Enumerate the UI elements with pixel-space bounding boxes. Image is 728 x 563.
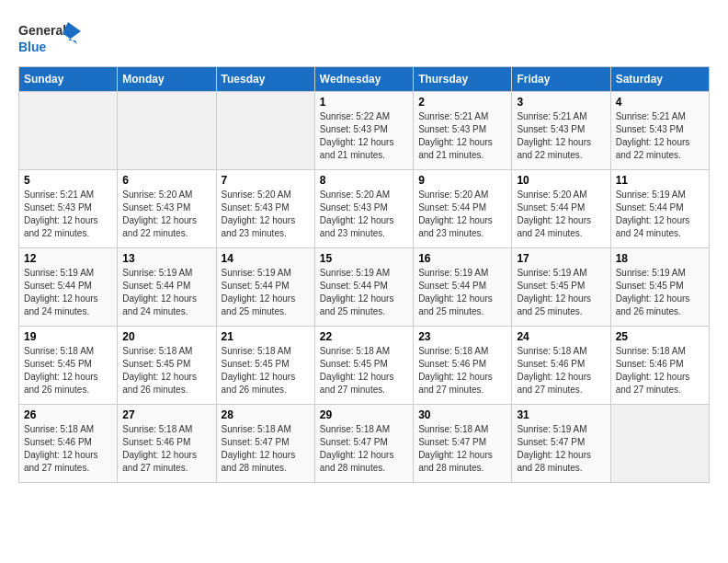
calendar-cell: 8Sunrise: 5:20 AM Sunset: 5:43 PM Daylig…	[314, 170, 413, 248]
header-cell-wednesday: Wednesday	[314, 67, 413, 92]
calendar-cell	[19, 92, 118, 170]
calendar-cell: 2Sunrise: 5:21 AM Sunset: 5:43 PM Daylig…	[414, 92, 512, 170]
day-number: 23	[418, 330, 506, 343]
calendar-cell: 19Sunrise: 5:18 AM Sunset: 5:45 PM Dayli…	[19, 327, 118, 405]
day-info: Sunrise: 5:22 AM Sunset: 5:43 PM Dayligh…	[320, 110, 408, 162]
calendar-cell: 12Sunrise: 5:19 AM Sunset: 5:44 PM Dayli…	[19, 248, 118, 327]
calendar-cell: 21Sunrise: 5:18 AM Sunset: 5:45 PM Dayli…	[216, 327, 314, 405]
day-info: Sunrise: 5:20 AM Sunset: 5:43 PM Dayligh…	[222, 189, 310, 240]
calendar-cell: 17Sunrise: 5:19 AM Sunset: 5:45 PM Dayli…	[512, 248, 610, 327]
day-number: 7	[222, 174, 310, 187]
calendar-cell	[216, 92, 314, 170]
day-number: 26	[24, 408, 112, 421]
calendar-body: 1Sunrise: 5:22 AM Sunset: 5:43 PM Daylig…	[19, 92, 710, 483]
day-number: 3	[517, 96, 605, 109]
day-info: Sunrise: 5:20 AM Sunset: 5:44 PM Dayligh…	[418, 189, 506, 240]
calendar-cell: 20Sunrise: 5:18 AM Sunset: 5:45 PM Dayli…	[118, 327, 216, 405]
day-info: Sunrise: 5:21 AM Sunset: 5:43 PM Dayligh…	[418, 110, 506, 162]
day-number: 16	[418, 252, 506, 265]
day-info: Sunrise: 5:19 AM Sunset: 5:45 PM Dayligh…	[517, 267, 605, 318]
day-info: Sunrise: 5:21 AM Sunset: 5:43 PM Dayligh…	[517, 110, 605, 162]
calendar-cell: 1Sunrise: 5:22 AM Sunset: 5:43 PM Daylig…	[314, 92, 413, 170]
calendar-cell: 31Sunrise: 5:19 AM Sunset: 5:47 PM Dayli…	[512, 405, 610, 483]
day-info: Sunrise: 5:20 AM Sunset: 5:44 PM Dayligh…	[517, 189, 605, 240]
calendar-cell: 27Sunrise: 5:18 AM Sunset: 5:46 PM Dayli…	[118, 405, 216, 483]
day-number: 9	[418, 174, 506, 187]
day-number: 1	[320, 96, 408, 109]
day-info: Sunrise: 5:18 AM Sunset: 5:46 PM Dayligh…	[122, 423, 210, 475]
day-info: Sunrise: 5:18 AM Sunset: 5:45 PM Dayligh…	[122, 345, 210, 396]
day-number: 29	[320, 408, 408, 421]
calendar-cell: 30Sunrise: 5:18 AM Sunset: 5:47 PM Dayli…	[414, 405, 512, 483]
day-info: Sunrise: 5:18 AM Sunset: 5:47 PM Dayligh…	[320, 423, 408, 475]
day-info: Sunrise: 5:18 AM Sunset: 5:46 PM Dayligh…	[418, 345, 506, 396]
day-info: Sunrise: 5:19 AM Sunset: 5:47 PM Dayligh…	[517, 423, 605, 475]
day-number: 17	[517, 252, 605, 265]
calendar-cell: 25Sunrise: 5:18 AM Sunset: 5:46 PM Dayli…	[610, 327, 709, 405]
day-number: 25	[616, 330, 704, 343]
day-info: Sunrise: 5:19 AM Sunset: 5:44 PM Dayligh…	[418, 267, 506, 318]
header-cell-saturday: Saturday	[610, 67, 709, 92]
day-number: 20	[122, 330, 210, 343]
day-number: 5	[24, 174, 112, 187]
page-header: General Blue	[18, 18, 710, 57]
calendar-cell: 14Sunrise: 5:19 AM Sunset: 5:44 PM Dayli…	[216, 248, 314, 327]
calendar-week-1: 1Sunrise: 5:22 AM Sunset: 5:43 PM Daylig…	[19, 92, 710, 170]
calendar-cell: 4Sunrise: 5:21 AM Sunset: 5:43 PM Daylig…	[610, 92, 709, 170]
logo-svg: General Blue	[18, 18, 83, 57]
day-info: Sunrise: 5:18 AM Sunset: 5:46 PM Dayligh…	[517, 345, 605, 396]
calendar-cell: 26Sunrise: 5:18 AM Sunset: 5:46 PM Dayli…	[19, 405, 118, 483]
day-number: 30	[418, 408, 506, 421]
day-info: Sunrise: 5:18 AM Sunset: 5:47 PM Dayligh…	[222, 423, 310, 475]
day-number: 4	[616, 96, 704, 109]
calendar-cell: 11Sunrise: 5:19 AM Sunset: 5:44 PM Dayli…	[610, 170, 709, 248]
day-number: 28	[222, 408, 310, 421]
day-number: 18	[616, 252, 704, 265]
day-info: Sunrise: 5:19 AM Sunset: 5:44 PM Dayligh…	[122, 267, 210, 318]
day-number: 19	[24, 330, 112, 343]
day-info: Sunrise: 5:19 AM Sunset: 5:44 PM Dayligh…	[24, 267, 112, 318]
header-cell-thursday: Thursday	[414, 67, 512, 92]
header-cell-sunday: Sunday	[19, 67, 118, 92]
day-info: Sunrise: 5:20 AM Sunset: 5:43 PM Dayligh…	[320, 189, 408, 240]
day-info: Sunrise: 5:19 AM Sunset: 5:45 PM Dayligh…	[616, 267, 704, 318]
day-number: 14	[222, 252, 310, 265]
day-info: Sunrise: 5:19 AM Sunset: 5:44 PM Dayligh…	[320, 267, 408, 318]
day-number: 11	[616, 174, 704, 187]
calendar-table: SundayMondayTuesdayWednesdayThursdayFrid…	[18, 66, 710, 483]
svg-text:General: General	[18, 23, 66, 38]
calendar-cell: 15Sunrise: 5:19 AM Sunset: 5:44 PM Dayli…	[314, 248, 413, 327]
calendar-cell: 9Sunrise: 5:20 AM Sunset: 5:44 PM Daylig…	[414, 170, 512, 248]
calendar-week-5: 26Sunrise: 5:18 AM Sunset: 5:46 PM Dayli…	[19, 405, 710, 483]
day-number: 10	[517, 174, 605, 187]
day-number: 21	[222, 330, 310, 343]
calendar-cell: 22Sunrise: 5:18 AM Sunset: 5:45 PM Dayli…	[314, 327, 413, 405]
day-number: 13	[122, 252, 210, 265]
day-number: 27	[122, 408, 210, 421]
day-number: 24	[517, 330, 605, 343]
day-number: 31	[517, 408, 605, 421]
day-info: Sunrise: 5:19 AM Sunset: 5:44 PM Dayligh…	[222, 267, 310, 318]
day-info: Sunrise: 5:18 AM Sunset: 5:45 PM Dayligh…	[320, 345, 408, 396]
day-number: 8	[320, 174, 408, 187]
calendar-cell: 3Sunrise: 5:21 AM Sunset: 5:43 PM Daylig…	[512, 92, 610, 170]
calendar-cell: 18Sunrise: 5:19 AM Sunset: 5:45 PM Dayli…	[610, 248, 709, 327]
day-number: 15	[320, 252, 408, 265]
calendar-week-4: 19Sunrise: 5:18 AM Sunset: 5:45 PM Dayli…	[19, 327, 710, 405]
day-info: Sunrise: 5:18 AM Sunset: 5:46 PM Dayligh…	[616, 345, 704, 396]
calendar-cell: 16Sunrise: 5:19 AM Sunset: 5:44 PM Dayli…	[414, 248, 512, 327]
day-number: 22	[320, 330, 408, 343]
header-cell-friday: Friday	[512, 67, 610, 92]
calendar-cell: 24Sunrise: 5:18 AM Sunset: 5:46 PM Dayli…	[512, 327, 610, 405]
calendar-cell: 23Sunrise: 5:18 AM Sunset: 5:46 PM Dayli…	[414, 327, 512, 405]
calendar-cell: 6Sunrise: 5:20 AM Sunset: 5:43 PM Daylig…	[118, 170, 216, 248]
calendar-cell: 7Sunrise: 5:20 AM Sunset: 5:43 PM Daylig…	[216, 170, 314, 248]
day-number: 2	[418, 96, 506, 109]
day-number: 12	[24, 252, 112, 265]
day-info: Sunrise: 5:19 AM Sunset: 5:44 PM Dayligh…	[616, 189, 704, 240]
calendar-cell: 5Sunrise: 5:21 AM Sunset: 5:43 PM Daylig…	[19, 170, 118, 248]
logo: General Blue	[18, 18, 83, 57]
calendar-week-2: 5Sunrise: 5:21 AM Sunset: 5:43 PM Daylig…	[19, 170, 710, 248]
day-info: Sunrise: 5:21 AM Sunset: 5:43 PM Dayligh…	[24, 189, 112, 240]
calendar-week-3: 12Sunrise: 5:19 AM Sunset: 5:44 PM Dayli…	[19, 248, 710, 327]
